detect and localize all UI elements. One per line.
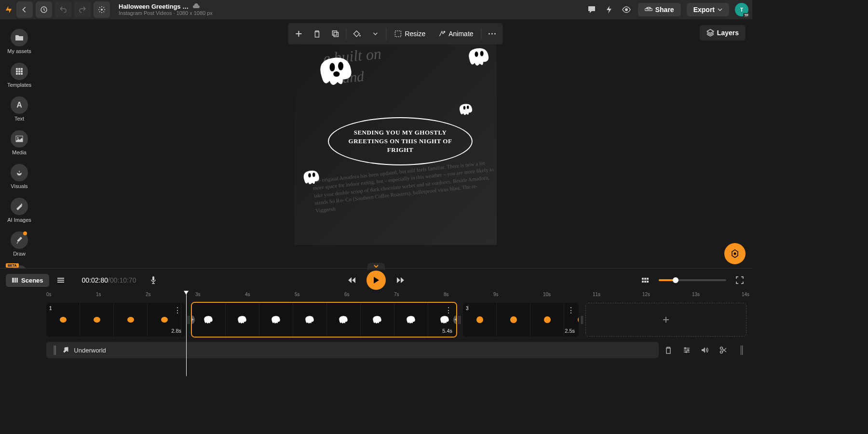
scene-clip[interactable]: ⋮5.4s++ bbox=[192, 303, 456, 337]
ruler-tick: 8s bbox=[444, 292, 449, 297]
playhead[interactable] bbox=[186, 294, 187, 376]
duplicate-button[interactable] bbox=[326, 25, 344, 42]
svg-point-31 bbox=[312, 173, 315, 177]
sidebar-item-visuals[interactable]: Visuals bbox=[0, 161, 39, 192]
more-button[interactable] bbox=[484, 25, 501, 42]
scenes-toggle-button[interactable]: Scenes bbox=[6, 274, 49, 287]
main-area: My assets Templates A Text Media Visuals… bbox=[0, 19, 752, 268]
speech-bubble[interactable]: SENDING YOU MY GHOSTLY GREETINGS ON THIS… bbox=[328, 117, 473, 165]
add-button[interactable] bbox=[290, 25, 307, 42]
fullscreen-button[interactable] bbox=[733, 273, 746, 287]
redo-button[interactable] bbox=[74, 1, 91, 18]
preview-icon[interactable] bbox=[621, 4, 632, 15]
ruler-tick: 11s bbox=[593, 292, 600, 297]
svg-rect-16 bbox=[334, 32, 338, 37]
share-label: Share bbox=[655, 6, 674, 14]
zoom-thumb[interactable] bbox=[673, 277, 678, 283]
add-scene-button[interactable] bbox=[585, 303, 746, 337]
layers-button[interactable]: Layers bbox=[700, 25, 746, 41]
fill-button[interactable] bbox=[348, 25, 366, 42]
audio-drag-handle[interactable]: ║ bbox=[737, 345, 746, 355]
svg-rect-15 bbox=[332, 31, 337, 35]
scene-clip[interactable]: 3⋮2.5s bbox=[463, 303, 579, 337]
scene-gap-handle[interactable]: ║ bbox=[187, 316, 190, 324]
ghost-graphic[interactable] bbox=[299, 165, 326, 190]
timeline-ruler[interactable]: 0s1s2s3s4s5s6s7s8s9s10s11s12s13s14s bbox=[0, 292, 752, 301]
svg-point-23 bbox=[330, 63, 335, 71]
sidebar-item-draw[interactable]: Draw bbox=[0, 229, 39, 259]
back-button[interactable] bbox=[16, 1, 33, 18]
timeline-expand-tab[interactable] bbox=[367, 263, 385, 270]
resize-button[interactable]: Resize bbox=[388, 25, 431, 42]
undo-button[interactable] bbox=[55, 1, 71, 18]
ruler-tick: 3s bbox=[195, 292, 201, 297]
top-bar: Halloween Greetings … Instagram Post Vid… bbox=[0, 0, 752, 19]
split-audio-button[interactable] bbox=[719, 345, 728, 355]
sidebar-item-subtitles[interactable]: BETACC Subtitles bbox=[0, 262, 39, 268]
sidebar-item-media[interactable]: Media bbox=[0, 127, 39, 158]
thumbnail-view-button[interactable] bbox=[638, 273, 652, 287]
scene-thumbnail bbox=[361, 303, 394, 337]
music-note-icon bbox=[62, 347, 69, 353]
rewind-button[interactable] bbox=[345, 273, 359, 287]
scene-right-handle[interactable]: + bbox=[453, 303, 456, 337]
svg-point-29 bbox=[467, 106, 469, 109]
scene-left-handle[interactable]: + bbox=[192, 303, 195, 337]
share-button[interactable]: Share bbox=[638, 3, 681, 16]
play-button[interactable] bbox=[366, 271, 386, 290]
project-title-area[interactable]: Halloween Greetings … Instagram Post Vid… bbox=[119, 3, 213, 17]
svg-rect-5 bbox=[18, 68, 20, 70]
comments-icon[interactable] bbox=[586, 4, 597, 15]
sidebar-item-text[interactable]: A Text bbox=[0, 94, 39, 124]
sidebar-item-label: Text bbox=[14, 116, 24, 122]
ai-fab-button[interactable] bbox=[724, 243, 746, 264]
ghost-graphic[interactable] bbox=[463, 42, 497, 71]
scene-thumbnail bbox=[394, 303, 428, 337]
canvas[interactable]: e built on and The original Amadora has … bbox=[294, 42, 497, 245]
scene-menu-button[interactable]: ⋮ bbox=[567, 306, 575, 315]
volume-button[interactable] bbox=[700, 345, 710, 355]
canvas-wrap: e built on and The original Amadora has … bbox=[39, 19, 752, 268]
speech-text: SENDING YOU MY GHOSTLY GREETINGS ON THIS… bbox=[329, 128, 472, 155]
cloud-sync-icon bbox=[192, 3, 200, 9]
audio-track[interactable]: ║ Underworld bbox=[46, 342, 659, 358]
ghost-graphic[interactable] bbox=[456, 100, 477, 119]
drag-handle-icon[interactable]: ║ bbox=[52, 346, 57, 354]
zoom-slider[interactable] bbox=[659, 279, 726, 281]
sidebar-item-label: My assets bbox=[7, 48, 31, 54]
scene-gap-handle[interactable]: ║ bbox=[581, 316, 583, 324]
bolt-icon[interactable] bbox=[603, 4, 615, 15]
scene-clip[interactable]: 1⋮2.8s bbox=[46, 303, 185, 337]
sidebar-item-assets[interactable]: My assets bbox=[0, 26, 39, 57]
export-button[interactable]: Export bbox=[687, 3, 729, 16]
delete-button[interactable] bbox=[308, 25, 326, 42]
ghost-graphic[interactable] bbox=[311, 50, 364, 93]
audio-settings-button[interactable] bbox=[682, 345, 692, 355]
fill-dropdown-button[interactable] bbox=[366, 25, 384, 42]
forward-button[interactable] bbox=[393, 273, 407, 287]
history-button[interactable] bbox=[36, 1, 52, 18]
beta-badge: BETA bbox=[6, 263, 19, 268]
project-subtitle: Instagram Post Videos · 1080 x 1080 px bbox=[119, 10, 213, 16]
scene-thumbnail bbox=[192, 303, 226, 337]
animate-button[interactable]: Animate bbox=[432, 25, 479, 42]
settings-button[interactable] bbox=[94, 1, 110, 18]
ruler-tick: 9s bbox=[493, 292, 499, 297]
folder-icon bbox=[11, 29, 28, 46]
app-logo[interactable] bbox=[4, 5, 14, 14]
sidebar-item-templates[interactable]: Templates bbox=[0, 60, 39, 91]
timeline-controls: Scenes 00:02:80/00:10:70 bbox=[0, 269, 752, 292]
timeline-menu-button[interactable] bbox=[54, 273, 68, 287]
audio-tools: ║ bbox=[664, 345, 752, 355]
animate-label: Animate bbox=[448, 30, 473, 38]
user-avatar[interactable]: T TF bbox=[735, 3, 748, 16]
sidebar-item-ai-images[interactable]: AI Images bbox=[0, 195, 39, 226]
svg-point-43 bbox=[684, 347, 686, 349]
scene-menu-button[interactable]: ⋮ bbox=[174, 306, 181, 315]
record-voiceover-button[interactable] bbox=[147, 273, 160, 287]
scene-gap-handle[interactable]: ║ bbox=[458, 316, 461, 324]
delete-audio-button[interactable] bbox=[664, 345, 673, 355]
scene-menu-button[interactable]: ⋮ bbox=[445, 306, 452, 315]
svg-rect-9 bbox=[21, 70, 23, 72]
ruler-tick: 4s bbox=[245, 292, 250, 297]
